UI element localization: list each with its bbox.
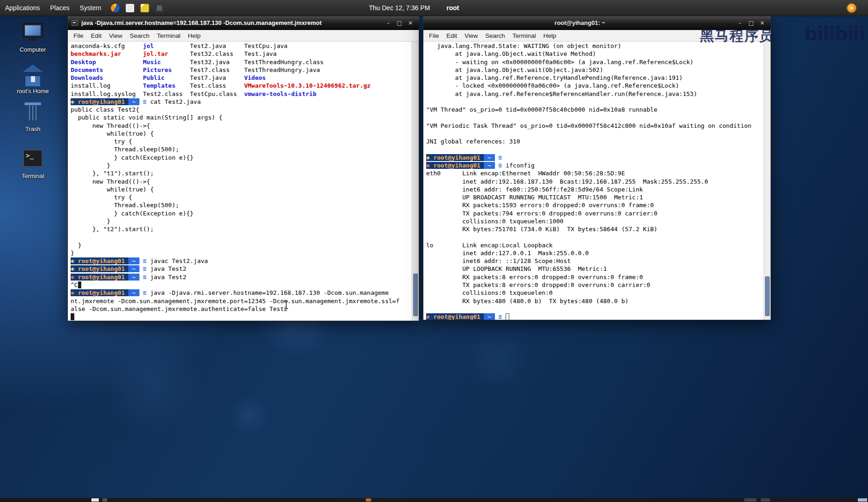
close-button[interactable]: ✕ <box>758 20 767 26</box>
terminal-line: } <box>71 241 416 249</box>
desktop-icon-label: Terminal <box>7 173 58 179</box>
notes-icon[interactable] <box>140 4 149 12</box>
terminal-line: UP LOOPBACK RUNNING MTU:65536 Metric:1 <box>426 265 768 273</box>
terminal-line: alse -Dcom.sun.management.jmxremote.auth… <box>71 305 416 313</box>
terminal-line <box>426 305 768 313</box>
terminal-line: public class Test2{ <box>71 106 416 114</box>
w1-menu-edit[interactable]: Edit <box>87 31 105 40</box>
terminal-line <box>71 313 416 321</box>
desktop-icon-terminal[interactable]: >_ Terminal <box>7 149 58 179</box>
terminal-line: new Thread(()->{ <box>71 178 416 185</box>
terminal-line <box>426 145 768 153</box>
minimize-button[interactable]: – <box>384 20 393 26</box>
w2-menu-help[interactable]: Help <box>540 31 560 40</box>
terminal-line: - waiting on <0x00000000f0a06c00> (a jav… <box>426 58 768 66</box>
w2-menu-file[interactable]: File <box>425 31 443 40</box>
panel-menu-places[interactable]: Places <box>45 4 75 12</box>
terminal-screen[interactable]: anaconda-ks.cfg jol Test2.java TestCpu.j… <box>68 42 419 321</box>
terminal-line: TX packets:794 errors:0 dropped:0 overru… <box>426 209 768 217</box>
notification-icon[interactable] <box>847 4 856 12</box>
terminal-line: } <box>71 161 416 169</box>
terminal-line: ✱ root@yihang01 ~ ≡ <box>426 313 768 320</box>
terminal-output: java.lang.Thread.State: WAITING (on obje… <box>423 42 771 320</box>
mouse-cursor <box>283 300 290 310</box>
terminal-line: JNI global references: 310 <box>426 137 768 145</box>
taskbar-item[interactable] <box>761 498 770 502</box>
terminal-line: } <box>71 249 416 257</box>
taskbar-item[interactable] <box>744 498 756 502</box>
terminal-line: collisions:0 txqueuelen:0 <box>426 289 768 297</box>
desktop-icon-home[interactable]: root's Home <box>7 65 58 95</box>
terminal-line: try { <box>71 193 416 201</box>
terminal-line: inet6 addr: ::1/128 Scope:Host <box>426 257 768 265</box>
workspace-switcher[interactable] <box>858 498 867 502</box>
maximize-button[interactable]: □ <box>747 20 756 26</box>
firefox-icon[interactable] <box>111 4 120 12</box>
terminal-line <box>426 98 768 106</box>
terminal-line: }, "t2").start(); <box>71 225 416 233</box>
w1-menu-help[interactable]: Help <box>184 31 205 40</box>
maximize-button[interactable]: □ <box>395 20 404 26</box>
terminal-line: ✱ root@yihang01 ~ ≡ java Test2 <box>71 273 416 281</box>
terminal-line: ✱ root@yihang01 ~ ≡ java Test2 <box>71 265 416 273</box>
terminal-line: } catch(Exception e){} <box>71 154 416 161</box>
terminal-line <box>426 130 768 137</box>
trash-icon <box>22 102 44 124</box>
terminal-line: "VM Periodic Task Thread" os_prio=0 tid=… <box>426 122 768 130</box>
scrollbar[interactable] <box>764 42 771 320</box>
w2-menu-edit[interactable]: Edit <box>443 31 461 40</box>
w1-menu-search[interactable]: Search <box>126 31 153 40</box>
w2-menu-search[interactable]: Search <box>482 31 509 40</box>
panel-launchers <box>111 4 164 12</box>
w1-menu-terminal[interactable]: Terminal <box>153 31 184 40</box>
terminal-line: RX packets:1593 errors:0 dropped:0 overr… <box>426 201 768 209</box>
terminal-line: Downloads Public Test7.java Videos <box>71 74 416 82</box>
bottom-taskbar <box>0 498 868 502</box>
terminal-line: inet6 addr: fe80::250:56ff:fe28:5d9e/64 … <box>426 185 768 193</box>
terminal-line: at java.lang.Object.wait(Object.java:502… <box>426 66 768 74</box>
panel-menu-system[interactable]: System <box>75 4 107 12</box>
scrollbar-thumb[interactable] <box>413 274 418 316</box>
w2-menu-terminal[interactable]: Terminal <box>509 31 540 40</box>
scrollbar-thumb[interactable] <box>765 276 770 316</box>
terminal-line: try { <box>71 137 416 145</box>
titlebar[interactable]: java -Djava.rmi.server.hostname=192.168.… <box>68 16 419 30</box>
terminal-line: } catch(Exception e){} <box>71 209 416 217</box>
w1-menu-file[interactable]: File <box>70 31 87 40</box>
terminal-line: "VM Thread" os_prio=0 tid=0x00007f58c40c… <box>426 106 768 114</box>
clock[interactable]: Thu Dec 12, 7:36 PM <box>369 0 430 16</box>
terminal-line: Thread.sleep(500); <box>71 201 416 209</box>
taskbar-item[interactable] <box>102 498 107 502</box>
terminal-window-right: root@yihang01: ~ – □ ✕ FileEditViewSearc… <box>423 16 771 320</box>
screenshot-icon[interactable] <box>155 4 164 12</box>
home-icon <box>22 65 44 86</box>
terminal-line: lo Link encap:Local Loopback <box>426 241 768 249</box>
terminal-line: ✱ root@yihang01 ~ ≡ java -Djava.rmi.serv… <box>71 289 416 297</box>
w2-menu-view[interactable]: View <box>461 31 482 40</box>
terminal-line: RX bytes:751701 (734.0 KiB) TX bytes:586… <box>426 225 768 233</box>
terminal-window-icon <box>72 20 78 26</box>
terminal-line: }, "t1").start(); <box>71 169 416 177</box>
terminal-line: nt.jmxremote -Dcom.sun.management.jmxrem… <box>71 297 416 305</box>
editor-icon[interactable] <box>126 4 134 12</box>
taskbar-tray-icon[interactable] <box>366 498 371 502</box>
top-panel: ApplicationsPlacesSystem Thu Dec 12, 7:3… <box>0 0 868 16</box>
window-title: root@yihang01: ~ <box>427 19 733 26</box>
terminal-line <box>426 114 768 121</box>
close-button[interactable]: ✕ <box>406 20 415 26</box>
terminal-line: at java.lang.ref.Reference$ReferenceHand… <box>426 90 768 98</box>
desktop-icon-label: root's Home <box>7 88 58 95</box>
desktop-icon-trash[interactable]: Trash <box>7 102 58 132</box>
taskbar-item[interactable] <box>91 498 99 502</box>
computer-icon <box>22 23 44 44</box>
terminal-line <box>71 233 416 241</box>
terminal-screen[interactable]: java.lang.Thread.State: WAITING (on obje… <box>423 42 771 320</box>
panel-menu-applications[interactable]: Applications <box>0 4 45 12</box>
window-controls: – □ ✕ <box>384 20 415 26</box>
minimize-button[interactable]: – <box>735 20 745 26</box>
w1-menu-view[interactable]: View <box>105 31 126 40</box>
scrollbar[interactable] <box>412 42 419 321</box>
desktop-icon-computer[interactable]: Computer <box>7 23 58 53</box>
panel-username: root <box>446 0 459 16</box>
terminal-line: Desktop Music Test32.java TestThreadHung… <box>71 58 416 66</box>
